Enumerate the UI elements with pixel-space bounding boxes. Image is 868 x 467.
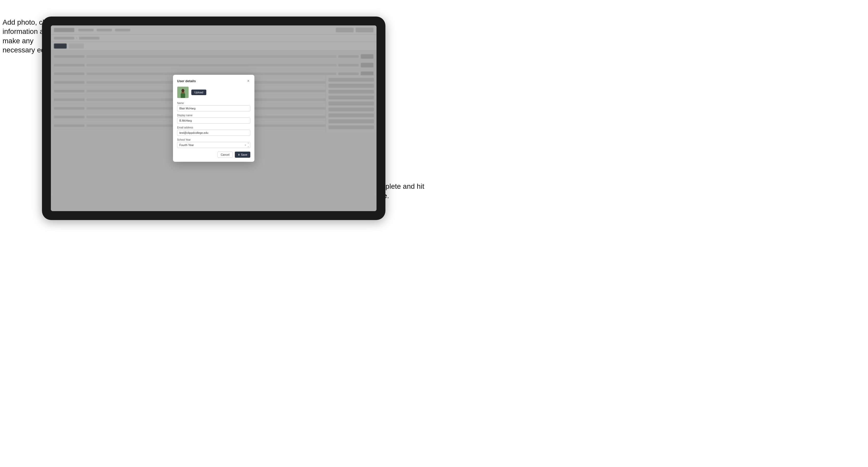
- svg-point-5: [181, 89, 184, 92]
- display-name-label: Display name: [177, 114, 250, 117]
- school-year-input[interactable]: [177, 142, 250, 148]
- modal-title: User details: [177, 79, 196, 83]
- chevron-down-icon[interactable]: ⌃⌄: [247, 143, 249, 148]
- save-button-label: Save: [241, 153, 247, 156]
- email-label: Email address: [177, 126, 250, 129]
- school-year-field-group: School Year × ⌃⌄: [177, 138, 250, 148]
- close-icon[interactable]: ×: [246, 79, 250, 83]
- save-button[interactable]: ⬆ Save: [235, 152, 250, 158]
- user-photo-thumbnail: [177, 87, 189, 98]
- school-year-wrapper: × ⌃⌄: [177, 142, 250, 148]
- modal-overlay: User details × Upload: [51, 25, 376, 211]
- upload-button[interactable]: Upload: [191, 90, 206, 95]
- svg-rect-7: [181, 94, 185, 98]
- modal-footer: Cancel ⬆ Save: [177, 152, 250, 158]
- tablet-screen: ›: [51, 25, 376, 211]
- school-year-controls: × ⌃⌄: [245, 143, 249, 148]
- email-input[interactable]: [177, 130, 250, 136]
- name-field-group: Name: [177, 102, 250, 112]
- school-year-label: School Year: [177, 138, 250, 141]
- tablet-frame: ›: [42, 17, 385, 220]
- email-field-group: Email address: [177, 126, 250, 136]
- photo-section: Upload: [177, 87, 250, 98]
- display-name-input[interactable]: [177, 118, 250, 124]
- user-details-modal: User details × Upload: [173, 75, 254, 162]
- cancel-button[interactable]: Cancel: [218, 152, 233, 158]
- name-label: Name: [177, 102, 250, 104]
- save-icon: ⬆: [238, 153, 240, 156]
- display-name-field-group: Display name: [177, 114, 250, 124]
- school-year-clear-icon[interactable]: ×: [245, 144, 246, 147]
- modal-title-bar: User details ×: [177, 79, 250, 83]
- name-input[interactable]: [177, 105, 250, 112]
